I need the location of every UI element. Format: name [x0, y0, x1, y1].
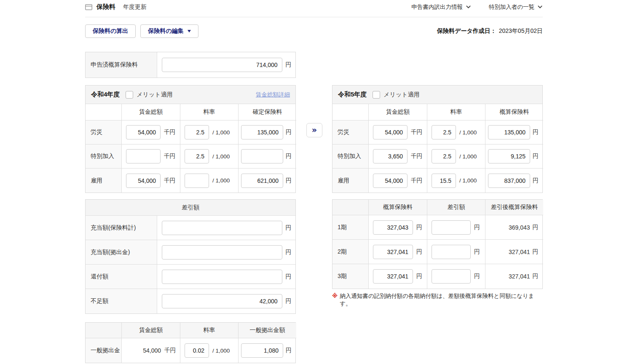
reiwa5-merit: メリット適用: [373, 91, 419, 99]
per-thousand-unit: / 1,000: [212, 348, 230, 354]
yen-unit: 円: [474, 273, 480, 280]
reiwa5-koyou-wage-cell: 千円: [369, 169, 427, 193]
term3-after-value: 327,041: [509, 273, 530, 280]
installment-row-1: 1期 円 円 369,043 円: [332, 215, 542, 240]
deduction-label-fusoku: 不足額: [86, 289, 157, 313]
general-rate-input[interactable]: [185, 343, 209, 358]
installments-note: ※ 納入通知書の記別納付額の各期納付額は、差額後概算保険料と同額になります。: [332, 292, 543, 308]
installment-row-2: 2期 円 円 327,041 円: [332, 240, 542, 264]
declared-premium-input[interactable]: [162, 58, 282, 72]
reiwa5-rousai-wage-input[interactable]: [373, 125, 408, 139]
thousand-yen-unit: 千円: [411, 128, 422, 136]
reiwa5-title-row: 令和5年度 メリット適用: [332, 86, 542, 104]
general-contribution-table: 賃金総額 料率 一般拠出金額 一般拠出金 54,000 千円 / 1,000 円: [85, 322, 296, 363]
reiwa5-merit-checkbox[interactable]: [373, 91, 380, 99]
reiwa4-row-rousai: 労災 千円 / 1,000 円: [86, 120, 295, 145]
thousand-yen-unit: 千円: [164, 153, 175, 160]
reiwa4-tokubetsu-rate-input[interactable]: [185, 149, 209, 163]
term1-deduction-input[interactable]: [432, 220, 471, 235]
reiwa5-header-row: 賃金総額 料率 概算保険料: [332, 104, 542, 120]
reiwa5-table: 令和5年度 メリット適用 賃金総額 料率 概算保険料 労災 千円 / 1,000…: [332, 85, 543, 193]
page-subtitle: 年度更新: [123, 3, 147, 11]
reiwa4-row-tokubetsu: 特別加入 千円 / 1,000 円: [86, 145, 295, 169]
premium-data-created: 保険料データ作成日：2023年05月02日: [437, 27, 543, 35]
deduction-row-juutou-hokenryou: 充当額(保険料計) 円: [86, 216, 295, 240]
per-thousand-unit: / 1,000: [212, 177, 230, 184]
wage-total-detail-link[interactable]: 賃金総額詳細: [256, 91, 290, 99]
reiwa4-merit: メリット適用: [126, 91, 172, 99]
chevron-down-icon: [466, 4, 471, 10]
reiwa5-rousai-premium-cell: 円: [485, 120, 543, 145]
thousand-yen-unit: 千円: [411, 153, 422, 160]
topbar: 保険料 年度更新 申告書内訳出力情報 特別加入者の一覧: [85, 0, 543, 14]
topbar-menus: 申告書内訳出力情報 特別加入者の一覧: [411, 3, 543, 11]
reiwa5-rousai-rate-input[interactable]: [432, 125, 456, 139]
reiwa5-tokubetsu-wage-input[interactable]: [373, 149, 408, 163]
header-divider: [85, 17, 543, 17]
reiwa4-merit-checkbox[interactable]: [126, 91, 133, 99]
reiwa4-koyou-wage-input[interactable]: [126, 174, 161, 188]
col-deduction: 差引額: [427, 200, 485, 215]
menu-declaration-output-info-label: 申告書内訳出力情報: [411, 3, 463, 11]
reiwa5-koyou-rate-input[interactable]: [432, 174, 456, 188]
fusoku-input[interactable]: [162, 294, 282, 308]
row-label-term2: 2期: [332, 240, 369, 264]
copy-to-next-year-button[interactable]: »: [306, 123, 322, 137]
deduction-cell-fusoku: 円: [157, 289, 295, 313]
term3-estimated-input[interactable]: [373, 269, 413, 284]
reiwa4-rousai-premium-input[interactable]: [241, 125, 283, 139]
double-chevron-right-icon: »: [312, 125, 317, 134]
deduction-cell-kanpu: 円: [157, 265, 295, 289]
deduction-label-kanpu: 還付額: [86, 265, 157, 289]
reiwa4-rousai-rate-input[interactable]: [185, 125, 209, 139]
menu-declaration-output-info[interactable]: 申告書内訳出力情報: [411, 3, 471, 11]
deduction-row-juutou-kyoshutsu: 充当額(拠出金) 円: [86, 240, 295, 265]
term3-deduction-input[interactable]: [432, 269, 471, 284]
general-wage-value: 54,000: [143, 347, 161, 354]
yen-unit: 円: [533, 273, 539, 280]
reiwa5-tokubetsu-rate-input[interactable]: [432, 149, 456, 163]
reiwa5-tokubetsu-premium-cell: 円: [485, 145, 543, 169]
reiwa4-table: 令和4年度 メリット適用 賃金総額詳細 賃金総額 料率 確定保険料 労災 千円 …: [85, 85, 296, 193]
juutou-hokenryou-input[interactable]: [162, 221, 282, 235]
reiwa4-koyou-premium-cell: 円: [239, 169, 296, 193]
kanpu-input[interactable]: [162, 270, 282, 284]
yen-unit: 円: [533, 248, 539, 256]
deduction-label-juutou-hokenryou: 充当額(保険料計): [86, 216, 157, 240]
term2-deduction-cell: 円: [427, 240, 485, 264]
reiwa4-rousai-premium-cell: 円: [239, 120, 296, 145]
reiwa5-koyou-wage-input[interactable]: [373, 174, 408, 188]
term3-deduction-cell: 円: [427, 264, 485, 289]
reiwa5-rousai-rate-cell: / 1,000: [427, 120, 485, 145]
installments-note-text: 納入通知書の記別納付額の各期納付額は、差額後概算保険料と同額になります。: [340, 292, 543, 308]
menu-special-members-list[interactable]: 特別加入者の一覧: [489, 3, 543, 11]
reiwa4-rousai-wage-input[interactable]: [126, 125, 161, 139]
reiwa5-rousai-premium-input[interactable]: [488, 125, 530, 139]
reiwa5-koyou-premium-input[interactable]: [488, 174, 530, 188]
yen-unit: 円: [416, 273, 422, 280]
term2-estimated-input[interactable]: [373, 245, 413, 259]
reiwa4-tokubetsu-premium-input[interactable]: [241, 149, 283, 163]
juutou-kyoshutsu-input[interactable]: [162, 245, 282, 260]
row-label-koyou: 雇用: [86, 169, 122, 193]
term2-deduction-input[interactable]: [432, 245, 471, 259]
edit-premium-button[interactable]: 保険料の編集: [140, 24, 198, 38]
col-fixed-premium: 確定保険料: [239, 104, 296, 120]
calculate-premium-button[interactable]: 保険料の算出: [85, 24, 136, 38]
row-label-rousai: 労災: [86, 120, 122, 145]
row-label-term3: 3期: [332, 264, 369, 289]
chevron-down-icon: [537, 4, 543, 10]
general-amount-input[interactable]: [241, 343, 283, 358]
reiwa5-tokubetsu-premium-input[interactable]: [488, 149, 530, 163]
term1-estimated-input[interactable]: [373, 220, 413, 235]
reiwa4-koyou-rate-input[interactable]: [185, 174, 209, 188]
reiwa4-koyou-premium-input[interactable]: [241, 174, 283, 188]
deduction-table: 差引額 充当額(保険料計) 円 充当額(拠出金) 円 還付額 円 不足額 円: [85, 199, 296, 314]
col-rate: 料率: [180, 323, 239, 338]
per-thousand-unit: / 1,000: [212, 153, 230, 160]
yen-unit: 円: [286, 128, 292, 136]
reiwa5-row-tokubetsu: 特別加入 千円 / 1,000 円: [332, 145, 542, 169]
reiwa4-tokubetsu-rate-cell: / 1,000: [180, 145, 239, 169]
col-estimated-premium: 概算保険料: [485, 104, 543, 120]
reiwa4-tokubetsu-wage-input[interactable]: [126, 149, 161, 163]
